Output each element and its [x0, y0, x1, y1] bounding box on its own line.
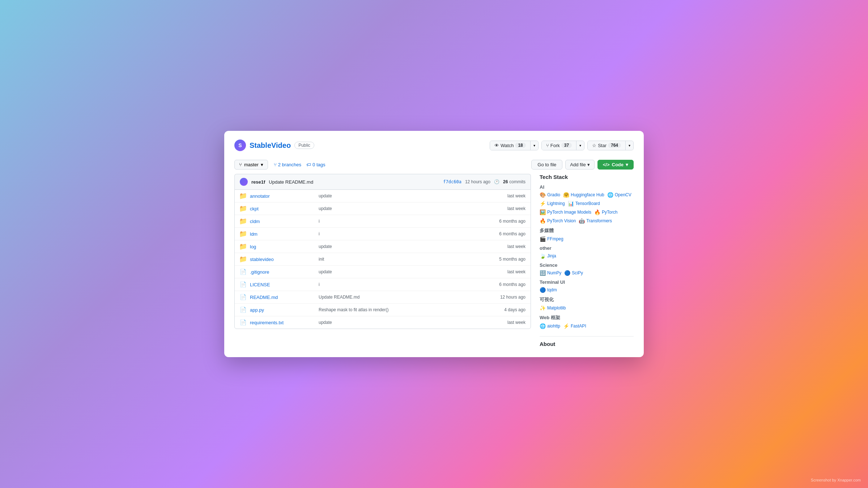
- go-to-file-button[interactable]: Go to file: [531, 160, 562, 170]
- tech-item[interactable]: 🎨Gradio: [540, 192, 560, 198]
- file-row: 📁ldmi6 months ago: [235, 228, 531, 240]
- star-count: 764: [608, 143, 621, 148]
- watch-button[interactable]: 👁 Watch 18: [490, 141, 530, 150]
- star-btn-group: ☆ Star 764 ▾: [587, 141, 634, 150]
- add-file-label: Add file: [570, 162, 586, 167]
- file-row: 📄.gitignoreupdatelast week: [235, 266, 531, 278]
- tech-emoji: 🍃: [540, 253, 546, 259]
- file-row: 📁cldmi6 months ago: [235, 215, 531, 228]
- fork-dropdown[interactable]: ▾: [576, 141, 584, 150]
- file-name[interactable]: app.py: [250, 307, 315, 313]
- tech-emoji: 🖼️: [540, 209, 546, 215]
- tech-item[interactable]: 🎬FFmpeg: [540, 236, 563, 242]
- repo-name[interactable]: StableVideo: [250, 141, 291, 150]
- tech-item[interactable]: 🔥PyTorch: [594, 209, 617, 215]
- chevron-down-icon: ▾: [261, 162, 263, 167]
- branches-link[interactable]: ⑂ 2 branches: [274, 162, 301, 167]
- watch-count: 18: [515, 143, 526, 148]
- tech-label: tqdm: [547, 287, 557, 292]
- file-name[interactable]: README.md: [250, 295, 315, 300]
- tech-label: OpenCV: [615, 192, 631, 197]
- repo-title: S StableVideo Public: [234, 140, 314, 151]
- tech-category-label: Web 框架: [540, 314, 634, 321]
- star-dropdown[interactable]: ▾: [625, 141, 633, 150]
- file-browser: rese1f Update README.md f7dc60a 12 hours…: [234, 174, 531, 347]
- file-name[interactable]: ldm: [250, 231, 315, 237]
- file-name[interactable]: log: [250, 244, 315, 249]
- tech-item[interactable]: ✨Matplotlib: [540, 305, 566, 311]
- sidebar: Tech Stack AI🎨Gradio🤗Huggingface Hub🌐Ope…: [540, 174, 634, 347]
- watch-btn-group: 👁 Watch 18 ▾: [490, 141, 539, 150]
- tech-label: PyTorch Image Models: [547, 210, 591, 215]
- tech-label: Lightning: [547, 201, 565, 206]
- file-list: 📁annotatorupdatelast week📁ckptupdatelast…: [234, 189, 531, 329]
- tech-label: PyTorch: [602, 210, 617, 215]
- tech-item[interactable]: ⚡FastAPI: [563, 323, 586, 329]
- commits-link[interactable]: 26 commits: [503, 179, 526, 184]
- toolbar-right: Go to file Add file ▾ </> Code ▾: [531, 160, 634, 170]
- file-name[interactable]: .gitignore: [250, 269, 315, 275]
- tech-item[interactable]: 🖼️PyTorch Image Models: [540, 209, 591, 215]
- commit-hash[interactable]: f7dc60a: [443, 179, 461, 184]
- tech-item[interactable]: 🔵SciPy: [564, 270, 583, 276]
- about-title: About: [540, 341, 634, 347]
- tags-link[interactable]: 🏷 0 tags: [306, 162, 325, 167]
- file-time: last week: [507, 193, 526, 198]
- repo-actions: 👁 Watch 18 ▾ ⑂ Fork 37 ▾ ☆ Star: [490, 141, 634, 150]
- branch-name: master: [244, 162, 259, 167]
- main-window: S StableVideo Public 👁 Watch 18 ▾ ⑂ Fork…: [224, 131, 644, 357]
- code-button[interactable]: </> Code ▾: [597, 160, 634, 170]
- file-icon: 📄: [240, 281, 246, 288]
- file-name[interactable]: stablevideo: [250, 257, 315, 262]
- watch-label: Watch: [501, 143, 514, 148]
- file-commit-msg: update: [319, 193, 504, 198]
- tech-item[interactable]: 🌐aiohttp: [540, 323, 560, 329]
- file-name[interactable]: LICENSE: [250, 282, 315, 287]
- screenshot-credit: Screenshot by Xnapper.com: [811, 478, 861, 482]
- tech-row: 🎨Gradio🤗Huggingface Hub🌐OpenCV⚡Lightning…: [540, 192, 634, 224]
- tech-item[interactable]: 📊TensorBoard: [568, 201, 600, 206]
- file-time: last week: [507, 320, 526, 325]
- tech-row: 🎬FFmpeg: [540, 236, 634, 242]
- tech-stack-section: Tech Stack AI🎨Gradio🤗Huggingface Hub🌐Ope…: [540, 174, 634, 329]
- file-commit-msg: Update README.md: [319, 295, 497, 300]
- star-button[interactable]: ☆ Star 764: [588, 141, 625, 150]
- watch-dropdown[interactable]: ▾: [530, 141, 538, 150]
- tech-item[interactable]: 🤖Transformers: [579, 218, 612, 224]
- tech-item[interactable]: 🤗Huggingface Hub: [563, 192, 604, 198]
- tech-label: aiohttp: [547, 324, 560, 329]
- tech-item[interactable]: 🔵tqdm: [540, 287, 557, 293]
- tech-item[interactable]: 🔢NumPy: [540, 270, 561, 276]
- branches-label: 2 branches: [278, 162, 301, 167]
- tech-emoji: 🔥: [594, 209, 600, 215]
- chevron-down-icon: ▾: [626, 162, 628, 167]
- branch-selector[interactable]: ⑂ master ▾: [234, 160, 268, 170]
- file-name[interactable]: annotator: [250, 193, 315, 199]
- file-time: 5 months ago: [499, 257, 526, 262]
- fork-button[interactable]: ⑂ Fork 37: [542, 141, 576, 150]
- tech-emoji: 🔢: [540, 270, 546, 276]
- tech-item[interactable]: 🌐OpenCV: [607, 192, 631, 198]
- add-file-button[interactable]: Add file ▾: [565, 160, 594, 170]
- commit-author[interactable]: rese1f: [251, 179, 265, 185]
- tech-item[interactable]: ⚡Lightning: [540, 201, 565, 206]
- repo-header: S StableVideo Public 👁 Watch 18 ▾ ⑂ Fork…: [234, 140, 634, 151]
- tech-row: 🍃Jinja: [540, 253, 634, 259]
- tech-emoji: ✨: [540, 305, 546, 311]
- file-name[interactable]: cldm: [250, 219, 315, 224]
- divider: [540, 336, 634, 337]
- tech-category-label: 多媒體: [540, 227, 634, 234]
- file-name[interactable]: ckpt: [250, 206, 315, 211]
- file-time: 6 months ago: [499, 282, 526, 287]
- visibility-badge: Public: [294, 142, 314, 149]
- tech-item[interactable]: 🍃Jinja: [540, 253, 556, 259]
- file-name[interactable]: requirements.txt: [250, 320, 315, 325]
- file-time: 12 hours ago: [500, 295, 526, 300]
- star-label: Star: [598, 143, 607, 148]
- commit-meta: f7dc60a 12 hours ago 🕐 26 commits: [443, 179, 526, 184]
- folder-icon: 📁: [240, 218, 246, 224]
- file-commit-msg: update: [319, 244, 504, 249]
- tech-emoji: ⚡: [540, 201, 546, 206]
- commit-avatar: [240, 178, 248, 186]
- tech-item[interactable]: 🔥PyTorch Vision: [540, 218, 576, 224]
